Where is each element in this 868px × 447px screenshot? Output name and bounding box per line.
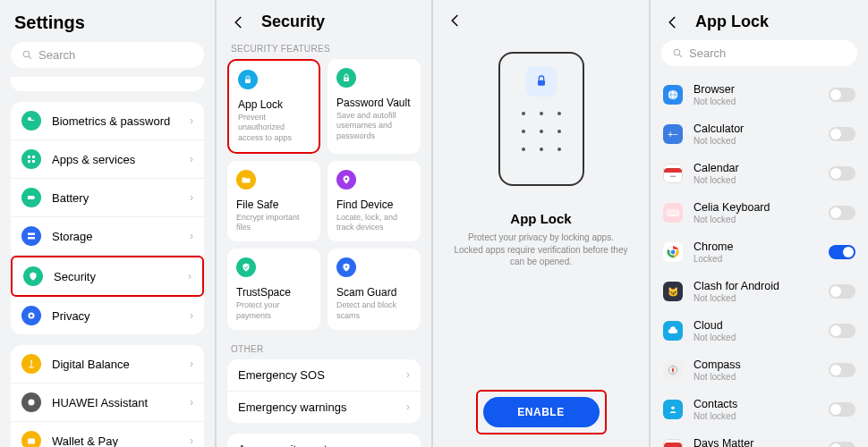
app-info: Clash for Android Not locked xyxy=(694,280,829,303)
app-row-chrome[interactable]: Chrome Locked xyxy=(651,232,868,272)
app-name: Cloud xyxy=(694,319,829,332)
back-icon[interactable] xyxy=(231,14,247,30)
app-info: Cloud Not locked xyxy=(694,319,829,342)
app-icon: ⌨ xyxy=(663,203,683,223)
card-subtitle: Save and autofill usernames and password… xyxy=(336,111,412,141)
row-label: Privacy xyxy=(52,309,190,323)
settings-list-1: Biometrics & password › Apps & services … xyxy=(11,102,204,334)
app-icon xyxy=(663,85,683,105)
applock-intro-panel: App Lock Protect your privacy by locking… xyxy=(433,0,651,447)
app-row-days-matter[interactable]: 23 Days Matter Not locked xyxy=(651,429,868,447)
back-icon[interactable] xyxy=(665,14,681,30)
svg-rect-3 xyxy=(30,120,34,121)
svg-point-0 xyxy=(23,51,30,57)
app-row-calculator[interactable]: +− Calculator Not locked xyxy=(651,114,868,154)
row-label: App security center xyxy=(238,443,406,447)
enable-button[interactable]: ENABLE xyxy=(483,397,600,427)
settings-row[interactable]: Security › xyxy=(11,256,204,297)
app-status: Not locked xyxy=(694,136,829,146)
applock-list-panel: App Lock Search Browser Not locked +− Ca… xyxy=(651,0,868,447)
lock-toggle[interactable] xyxy=(829,206,855,220)
privacy-icon xyxy=(21,306,41,325)
chevron-right-icon: › xyxy=(190,396,193,409)
settings-row[interactable]: Storage › xyxy=(11,217,204,256)
app-info: Celia Keyboard Not locked xyxy=(694,201,829,224)
app-icon xyxy=(663,360,683,380)
svg-rect-5 xyxy=(32,156,35,158)
svg-point-14 xyxy=(30,360,32,362)
grid-icon xyxy=(21,149,41,169)
settings-row[interactable]: Apps & services › xyxy=(11,140,204,179)
search-icon xyxy=(672,47,684,59)
svg-point-21 xyxy=(345,79,347,80)
lock-toggle[interactable] xyxy=(829,363,855,377)
lock-toggle[interactable] xyxy=(829,284,855,299)
svg-rect-9 xyxy=(34,197,35,198)
lock-toggle[interactable] xyxy=(829,245,855,259)
applock-intro-title: App Lock xyxy=(510,211,571,226)
settings-row[interactable]: HUAWEI Assistant › xyxy=(11,384,204,422)
back-icon[interactable] xyxy=(447,13,464,29)
assistant-icon xyxy=(21,392,41,412)
search-placeholder: Search xyxy=(689,46,726,60)
security-other-row[interactable]: Emergency warnings› xyxy=(227,392,421,423)
security-card-app-lock[interactable]: App Lock Prevent unauthorized access to … xyxy=(227,59,320,154)
chevron-right-icon: › xyxy=(406,401,410,413)
app-row-contacts[interactable]: Contacts Not locked xyxy=(651,390,868,429)
svg-line-26 xyxy=(679,55,682,57)
svg-point-23 xyxy=(345,266,347,268)
app-icon xyxy=(663,321,683,341)
app-name: Celia Keyboard xyxy=(694,201,829,214)
lock-toggle[interactable] xyxy=(829,324,855,338)
settings-header: Settings xyxy=(0,0,215,42)
svg-rect-6 xyxy=(28,160,30,163)
security-other-row[interactable]: Emergency SOS› xyxy=(227,359,421,392)
svg-rect-7 xyxy=(32,160,35,163)
svg-rect-8 xyxy=(28,196,34,199)
settings-row[interactable]: Wallet & Pay › xyxy=(11,422,204,447)
row-label: Battery xyxy=(52,191,190,205)
security-card-password-vault[interactable]: Password Vault Save and autofill usernam… xyxy=(328,59,421,154)
row-label: Digital Balance xyxy=(52,358,190,371)
card-title: File Safe xyxy=(236,198,311,211)
row-label: Emergency SOS xyxy=(238,368,406,382)
app-row-calendar[interactable]: ••• Calendar Not locked xyxy=(651,154,868,193)
app-status: Not locked xyxy=(694,333,829,342)
settings-row[interactable]: Privacy › xyxy=(11,297,204,334)
security-card-file-safe[interactable]: File Safe Encrypt important files xyxy=(227,161,320,242)
lock-toggle[interactable] xyxy=(829,127,855,141)
security-card-trustspace[interactable]: TrustSpace Protect your payments xyxy=(227,249,320,330)
app-icon: 🐱 xyxy=(663,282,683,301)
settings-row[interactable]: Battery › xyxy=(11,179,204,217)
svg-point-35 xyxy=(671,407,675,410)
lock-toggle[interactable] xyxy=(829,166,855,181)
security-card-scam-guard[interactable]: Scam Guard Detect and block scams xyxy=(328,249,421,330)
lock-toggle[interactable] xyxy=(829,442,855,447)
settings-row[interactable]: Biometrics & password › xyxy=(11,102,204,140)
security-other-row[interactable]: App security center› xyxy=(227,434,421,447)
lock-toggle[interactable] xyxy=(829,88,855,102)
security-card-find-device[interactable]: Find Device Locate, lock, and track devi… xyxy=(328,161,421,242)
search-input[interactable]: Search xyxy=(661,40,857,66)
pin-icon xyxy=(336,170,356,190)
app-row-compass[interactable]: Compass Not locked xyxy=(651,350,868,390)
lock-toggle[interactable] xyxy=(829,402,855,417)
app-row-browser[interactable]: Browser Not locked xyxy=(651,75,868,114)
svg-line-1 xyxy=(29,56,31,59)
chevron-right-icon: › xyxy=(190,191,193,204)
app-icon xyxy=(663,400,683,419)
app-row-celia-keyboard[interactable]: ⌨ Celia Keyboard Not locked xyxy=(651,193,868,232)
chevron-right-icon: › xyxy=(190,114,193,127)
app-icon: 23 xyxy=(663,439,683,447)
search-input[interactable]: Search xyxy=(11,42,204,68)
svg-rect-4 xyxy=(28,156,30,158)
lock-icon xyxy=(526,66,557,97)
svg-point-25 xyxy=(674,49,680,55)
app-info: Calculator Not locked xyxy=(694,122,829,146)
app-row-clash-for-android[interactable]: 🐱 Clash for Android Not locked xyxy=(651,272,868,311)
settings-row[interactable]: Digital Balance › xyxy=(11,345,204,384)
app-status: Locked xyxy=(694,254,829,264)
battery-icon xyxy=(21,188,41,207)
security-header: Security xyxy=(217,0,431,40)
app-row-cloud[interactable]: Cloud Not locked xyxy=(651,311,868,350)
